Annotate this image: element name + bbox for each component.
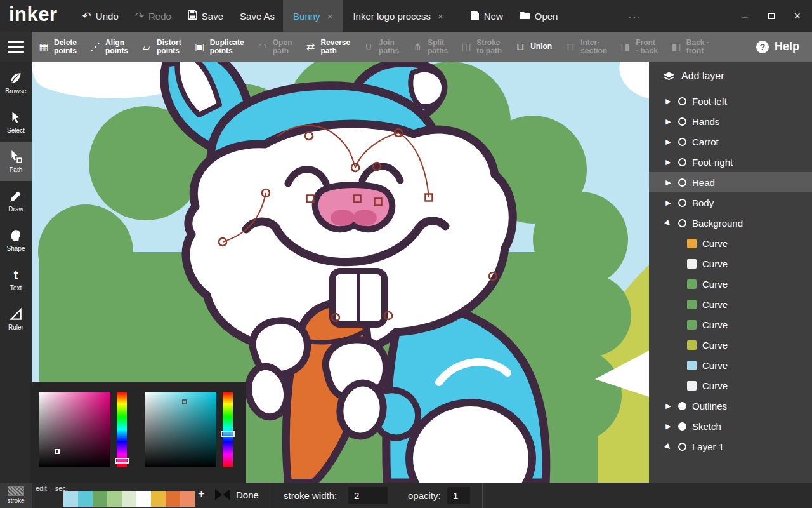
layer-color-swatch[interactable] bbox=[687, 320, 697, 330]
hue-handle[interactable] bbox=[115, 458, 129, 464]
layer-row-layer-1[interactable]: ▶ Layer 1 bbox=[649, 436, 812, 457]
layer-color-swatch[interactable] bbox=[687, 300, 697, 309]
save-button[interactable]: Save bbox=[180, 0, 232, 32]
chevron-right-icon[interactable]: ▶ bbox=[664, 199, 672, 207]
tool-draw[interactable]: Draw bbox=[0, 181, 32, 220]
saturation-value-area[interactable] bbox=[39, 392, 110, 467]
layer-color-swatch[interactable] bbox=[687, 381, 697, 391]
layer-marker-circle-filled[interactable] bbox=[678, 402, 686, 410]
layer-color-swatch[interactable] bbox=[687, 279, 697, 289]
palette-swatch[interactable] bbox=[166, 491, 180, 507]
layer-marker-circle[interactable] bbox=[678, 443, 686, 451]
edit-label[interactable]: edit bbox=[36, 485, 47, 492]
sv-handle[interactable] bbox=[182, 399, 187, 404]
open-button[interactable]: Open bbox=[511, 0, 566, 32]
palette-swatch[interactable] bbox=[78, 491, 93, 507]
layer-row-curve-7[interactable]: Curve bbox=[649, 355, 812, 375]
chevron-right-icon[interactable]: ▶ bbox=[664, 158, 672, 166]
minimize-button[interactable]: – bbox=[742, 10, 748, 22]
chevron-right-icon[interactable]: ▶ bbox=[664, 117, 672, 126]
layer-row-curve-5[interactable]: Curve bbox=[649, 314, 812, 335]
layer-row-curve-8[interactable]: Curve bbox=[649, 375, 812, 396]
layer-row-carrot[interactable]: ▶ Carrot bbox=[649, 131, 812, 152]
layer-marker-circle[interactable] bbox=[678, 219, 686, 227]
layer-color-swatch[interactable] bbox=[687, 340, 697, 350]
palette-swatch[interactable] bbox=[180, 491, 195, 507]
layer-row-curve-4[interactable]: Curve bbox=[649, 294, 812, 314]
undo-button[interactable]: ↶ Undo bbox=[74, 0, 127, 32]
layer-color-swatch[interactable] bbox=[687, 259, 697, 269]
layer-marker-circle-filled[interactable] bbox=[678, 422, 686, 431]
tool-ruler[interactable]: Ruler bbox=[0, 299, 32, 338]
tool-text[interactable]: t Text bbox=[0, 260, 32, 299]
done-button[interactable]: Done bbox=[236, 490, 259, 500]
tool-shape[interactable]: Shape bbox=[0, 220, 32, 260]
layer-row-body[interactable]: ▶ Body bbox=[649, 192, 812, 213]
stroke-to-path-button[interactable]: ◫ Stroketo path bbox=[454, 32, 508, 62]
layer-row-sketch[interactable]: ▶ Sketch bbox=[649, 416, 812, 436]
hue-handle[interactable] bbox=[221, 431, 235, 437]
hamburger-menu-icon[interactable] bbox=[0, 32, 32, 62]
tab-close-icon[interactable]: × bbox=[327, 11, 333, 22]
palette-swatch[interactable] bbox=[107, 491, 122, 507]
open-path-button[interactable]: ◠ Openpath bbox=[251, 32, 299, 62]
distort-points-button[interactable]: ▱ Distortpoints bbox=[134, 32, 188, 62]
tool-select[interactable]: Select bbox=[0, 102, 32, 142]
help-button[interactable]: ? Help bbox=[756, 40, 812, 53]
delete-points-button[interactable]: ▦ Deletepoints bbox=[32, 32, 83, 62]
redo-button[interactable]: ↷ Redo bbox=[127, 0, 180, 32]
layer-marker-circle[interactable] bbox=[678, 199, 686, 207]
chevron-right-icon[interactable]: ▶ bbox=[664, 422, 672, 431]
chevron-right-icon[interactable]: ▶ bbox=[664, 178, 672, 187]
stroke-tab[interactable]: stroke bbox=[0, 483, 32, 508]
layer-row-background[interactable]: ▶ Background bbox=[649, 213, 812, 233]
reverse-path-button[interactable]: ⇄ Reversepath bbox=[298, 32, 357, 62]
palette-swatch[interactable] bbox=[63, 491, 78, 507]
layer-marker-circle[interactable] bbox=[678, 138, 686, 146]
align-points-button[interactable]: ⋰ Alignpoints bbox=[83, 32, 134, 62]
new-button[interactable]: New bbox=[462, 0, 511, 32]
tab-inker-logo-process[interactable]: Inker logo process × bbox=[343, 0, 453, 32]
back-front-button[interactable]: ◧ Back -front bbox=[664, 32, 716, 62]
add-swatch-button[interactable]: + bbox=[198, 488, 205, 501]
layer-row-outlines[interactable]: ▶ Outlines bbox=[649, 396, 812, 416]
intersection-button[interactable]: ⊓ Inter-section bbox=[558, 32, 613, 62]
maximize-button[interactable] bbox=[768, 13, 775, 19]
layer-row-foot-left[interactable]: ▶ Foot-left bbox=[649, 91, 812, 111]
chevron-right-icon[interactable]: ▶ bbox=[664, 138, 672, 146]
tool-browse[interactable]: Browse bbox=[0, 63, 32, 102]
stroke-width-input[interactable] bbox=[348, 487, 388, 504]
union-button[interactable]: ⊔ Union bbox=[508, 32, 558, 62]
layer-marker-circle[interactable] bbox=[678, 158, 686, 166]
node-bowtie-icon[interactable] bbox=[214, 488, 231, 504]
hue-slider[interactable] bbox=[117, 392, 127, 467]
layer-marker-circle[interactable] bbox=[678, 178, 686, 187]
layer-marker-circle[interactable] bbox=[678, 97, 686, 105]
front-back-button[interactable]: ◨ Front- back bbox=[613, 32, 664, 62]
layer-row-curve-6[interactable]: Curve bbox=[649, 335, 812, 355]
sv-handle[interactable] bbox=[55, 449, 60, 454]
duplicate-points-button[interactable]: ▣ Duplicatepoints bbox=[188, 32, 251, 62]
saturation-value-area[interactable] bbox=[145, 392, 216, 467]
chevron-expanded-icon[interactable]: ▶ bbox=[662, 217, 674, 229]
add-layer-button[interactable]: Add layer bbox=[649, 62, 812, 91]
palette-swatch[interactable] bbox=[93, 491, 107, 507]
hue-slider[interactable] bbox=[223, 392, 233, 467]
opacity-input[interactable] bbox=[447, 487, 470, 504]
layer-marker-circle[interactable] bbox=[678, 117, 686, 126]
layer-row-curve-1[interactable]: Curve bbox=[649, 233, 812, 253]
split-paths-button[interactable]: ⋔ Splitpaths bbox=[405, 32, 454, 62]
save-as-button[interactable]: Save As bbox=[232, 0, 283, 32]
close-button[interactable]: × bbox=[794, 10, 801, 22]
layer-color-swatch[interactable] bbox=[687, 361, 697, 370]
layer-row-head[interactable]: ▶ Head bbox=[649, 172, 812, 192]
layer-row-hands[interactable]: ▶ Hands bbox=[649, 111, 812, 131]
chevron-right-icon[interactable]: ▶ bbox=[664, 402, 672, 410]
overflow-menu-icon[interactable]: ··· bbox=[628, 11, 641, 22]
layer-row-curve-2[interactable]: Curve bbox=[649, 253, 812, 274]
chevron-expanded-icon[interactable]: ▶ bbox=[662, 441, 674, 452]
layer-color-swatch[interactable] bbox=[687, 239, 697, 248]
tab-bunny[interactable]: Bunny × bbox=[283, 0, 343, 32]
layer-row-curve-3[interactable]: Curve bbox=[649, 274, 812, 294]
join-paths-button[interactable]: ∪ Joinpaths bbox=[357, 32, 405, 62]
